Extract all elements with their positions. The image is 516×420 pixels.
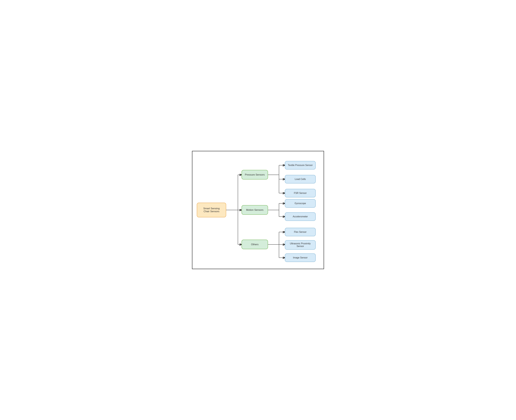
leaf-image: Image Sensor: [285, 254, 316, 262]
leaf-gyroscope: Gyroscope: [285, 199, 316, 208]
leaf-flex: Flex Sensor: [285, 228, 316, 236]
diagram: Smart Sensing Chair Sensors Pressure Sen…: [197, 157, 319, 263]
category-others: Others: [242, 240, 268, 249]
diagram-container: Smart Sensing Chair Sensors Pressure Sen…: [192, 151, 324, 269]
root-node: Smart Sensing Chair Sensors: [197, 203, 226, 217]
leaf-accelerometer: Accelerometer: [285, 212, 316, 221]
leaf-loadcells: Load Cells: [285, 175, 316, 183]
category-motion: Motion Sensors: [242, 205, 268, 215]
leaf-textile: Textile Pressure Sensor: [285, 161, 316, 170]
leaf-ultrasonic: Ultrasonic Proximity Sensor: [285, 240, 316, 250]
category-pressure: Pressure Sensors: [242, 170, 268, 180]
leaf-fsr: FSR Sensor: [285, 189, 316, 197]
